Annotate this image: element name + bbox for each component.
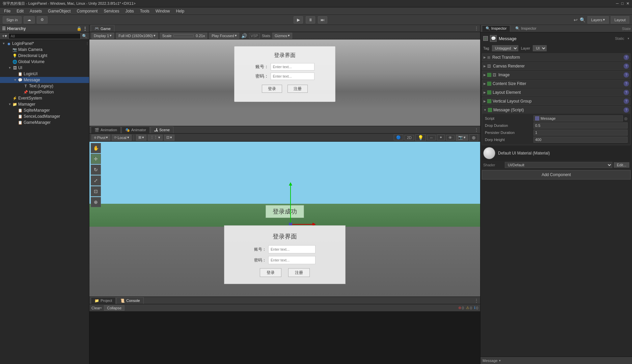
hierarchy-item-loginui[interactable]: ▶ 📋 LoginUI	[0, 71, 89, 77]
layout-element-checkbox[interactable]	[487, 90, 491, 94]
settings-button[interactable]: ⚙	[37, 16, 48, 24]
clear-dropdown[interactable]: Clear ▾	[91, 306, 102, 310]
play-focused-dropdown[interactable]: Play Focused ▾	[209, 33, 239, 39]
hierarchy-item-mamager[interactable]: ▼ 📁 Mamager	[0, 101, 89, 107]
layout-element-help[interactable]: ?	[624, 90, 629, 95]
game-password-input[interactable]	[271, 73, 314, 80]
project-tab[interactable]: 📁 Project	[91, 297, 116, 304]
view-dropdown[interactable]: ⊡ ▾	[164, 135, 174, 141]
edit-shader-button[interactable]: Edit...	[614, 162, 629, 168]
hierarchy-more-icon[interactable]: ⋮	[83, 26, 87, 31]
game-tab[interactable]: 🎮 Game	[91, 25, 114, 32]
obj-enable-checkbox[interactable]: ✓	[483, 36, 488, 41]
grid-dropdown[interactable]: ⊞ ▾	[136, 135, 146, 141]
layers-button[interactable]: Layers ▾	[587, 16, 609, 24]
loginpanel-more-icon[interactable]: ⋮	[85, 41, 89, 46]
rect-tool-btn[interactable]: ⊡	[91, 186, 101, 196]
dorp-height-input[interactable]	[533, 137, 628, 143]
gizmos-dropdown[interactable]: Gizmos ▾	[272, 33, 292, 39]
minimize-btn[interactable]: ─	[616, 1, 619, 6]
content-size-fitter-checkbox[interactable]	[487, 82, 491, 86]
menu-services[interactable]: Services	[101, 8, 122, 14]
vfx-btn[interactable]: ✦	[437, 135, 445, 140]
animator-tab[interactable]: 🎭 Animator	[121, 127, 150, 133]
hierarchy-item-gamemanager[interactable]: ▶ 📋 GameManager	[0, 119, 89, 125]
vsync-icon[interactable]: VSP	[249, 33, 260, 38]
message-script-checkbox[interactable]	[488, 108, 492, 112]
menu-help[interactable]: Help	[173, 8, 187, 14]
undo-icon[interactable]: ↩	[574, 17, 578, 23]
tag-select[interactable]: Untagged	[492, 45, 518, 51]
hierarchy-item-globalvolume[interactable]: ▶ 🌐 Global Volume	[0, 59, 89, 65]
hide-btn[interactable]: 👁	[446, 135, 455, 140]
hierarchy-item-textlegacy[interactable]: ▶ T Text (Legacy)	[0, 83, 89, 89]
sign-in-button[interactable]: Sign in	[3, 16, 22, 24]
menu-gameobject[interactable]: GameObject	[45, 8, 73, 14]
content-size-fitter-header[interactable]: ▶ Content Size Fitter ?	[482, 80, 630, 87]
rotate-tool-btn[interactable]: ↻	[91, 165, 101, 175]
script-target-icon[interactable]: ◎	[624, 116, 628, 121]
pause-button[interactable]: ⏸	[306, 16, 315, 24]
game-panel-more[interactable]: ⋮	[474, 26, 479, 31]
bottom-panel-more[interactable]: ⋮	[474, 298, 479, 303]
hierarchy-item-eventsystem[interactable]: ▶ ⚡ EventSystem	[0, 95, 89, 101]
scene-login-button[interactable]: 登录	[260, 268, 281, 277]
canvas-renderer-header[interactable]: ▶ 🖼 Canvas Renderer ?	[482, 62, 630, 70]
menu-file[interactable]: File	[1, 8, 13, 14]
image-help[interactable]: ?	[624, 72, 629, 78]
message-script-header[interactable]: ▼ Message (Script) ?	[482, 106, 630, 114]
vertical-layout-group-help[interactable]: ?	[624, 99, 629, 104]
shading-btn[interactable]: 🔵	[394, 135, 403, 140]
game-username-input[interactable]	[271, 63, 314, 71]
hierarchy-item-maincamera[interactable]: ▶ 📷 Main Camera	[0, 47, 89, 53]
image-checkbox[interactable]	[487, 73, 491, 77]
hierarchy-item-directionallight[interactable]: ▶ 💡 Directional Light	[0, 53, 89, 59]
menu-tools[interactable]: Tools	[137, 8, 152, 14]
layer-select[interactable]: UI	[533, 45, 547, 51]
cloud-button[interactable]: ☁	[24, 16, 35, 24]
2d-btn[interactable]: 2D	[405, 135, 414, 140]
scene-options-btn[interactable]: ⊕	[469, 134, 478, 141]
message-footer[interactable]: Message ▾	[480, 357, 632, 364]
transform-tool-btn[interactable]: ⊕	[91, 197, 101, 207]
game-register-button[interactable]: 注册	[287, 85, 308, 93]
image-header[interactable]: ▶ 🖼 Image ?	[482, 71, 630, 79]
hierarchy-search-input[interactable]	[8, 33, 81, 39]
mute-icon[interactable]: 🔊	[241, 33, 247, 38]
layout-element-header[interactable]: ▶ Layout Element ?	[482, 89, 630, 96]
menu-window[interactable]: Window	[153, 8, 173, 14]
scale-tool-btn[interactable]: ⤢	[91, 175, 101, 186]
hierarchy-item-senceloadmanager[interactable]: ▶ 📋 SenceLoadManager	[0, 113, 89, 119]
hierarchy-item-loginpanel[interactable]: ▼ ◉ LoginPanel* ⋮	[0, 40, 89, 47]
persister-duration-input[interactable]	[533, 130, 628, 136]
hierarchy-item-targetposition[interactable]: ▶ 📌 targetPosition	[0, 89, 89, 95]
rect-transform-help[interactable]: ?	[624, 55, 629, 60]
audio-btn[interactable]: ↔	[427, 135, 436, 140]
pivot-dropdown[interactable]: ⊕ Pivot ▾	[91, 135, 110, 141]
camera-dropdown[interactable]: 📷 ▾	[456, 135, 468, 141]
menu-component[interactable]: Component	[74, 8, 100, 14]
menu-assets[interactable]: Assets	[27, 8, 45, 14]
light-btn[interactable]: 💡	[415, 134, 426, 141]
scale-slider[interactable]	[173, 34, 194, 37]
drop-duration-input[interactable]	[533, 122, 628, 129]
inspector-tab-1[interactable]: 🔍 Inspector	[482, 25, 510, 32]
message-script-help[interactable]: ?	[624, 107, 629, 113]
move-tool-btn[interactable]: ✛	[91, 154, 101, 164]
shader-select[interactable]: UI/Default	[505, 162, 612, 168]
scene-username-input[interactable]	[268, 245, 315, 253]
scale-control[interactable]: Scale 0.21x	[160, 33, 207, 39]
scene-tab[interactable]: 🏞 Scene	[150, 127, 173, 133]
search-icon[interactable]: 🔍	[580, 17, 585, 23]
resolution-dropdown[interactable]: Full HD (1920x1080) ▾	[116, 33, 158, 39]
step-button[interactable]: ⏭	[318, 16, 327, 24]
local-dropdown[interactable]: ⟳ Local ▾	[112, 135, 131, 141]
collapse-button[interactable]: Collapse	[104, 305, 125, 311]
inspector-tab-2[interactable]: 🔍 Inspector	[512, 25, 540, 32]
hierarchy-item-ui[interactable]: ▼ 🖼 UI	[0, 65, 89, 71]
scene-panel-more[interactable]: ⋮	[474, 127, 479, 133]
scene-password-input[interactable]	[268, 256, 315, 264]
hierarchy-lock-icon[interactable]: 🔒	[77, 26, 82, 31]
menu-edit[interactable]: Edit	[14, 8, 26, 14]
maximize-btn[interactable]: □	[621, 1, 624, 6]
